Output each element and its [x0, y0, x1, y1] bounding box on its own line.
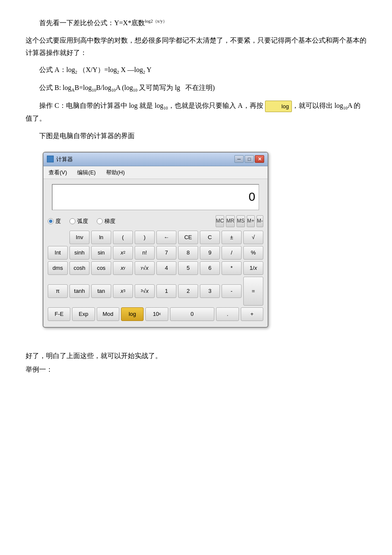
- maximize-button[interactable]: □: [245, 155, 254, 163]
- operation-c: 操作 C：电脑自带的计算器中 log 就是 log10，也就是说你只要输入 A，…: [26, 100, 366, 125]
- calc-title-left: 计算器: [47, 154, 73, 164]
- btn-0[interactable]: 0: [170, 307, 215, 321]
- btn-xcube[interactable]: x3: [113, 284, 133, 298]
- calc-menubar: 查看(V) 编辑(E) 帮助(H): [43, 166, 268, 179]
- btn-5[interactable]: 5: [178, 261, 198, 275]
- btn-tanh[interactable]: tanh: [69, 284, 89, 298]
- calc-display: 0: [52, 184, 259, 210]
- calc-body: 0 度 弧度 梯度: [43, 179, 268, 327]
- btn-mod[interactable]: Mod: [97, 307, 119, 321]
- btn-open-paren[interactable]: (: [113, 231, 133, 244]
- btn-sqrt[interactable]: √: [243, 231, 263, 244]
- btn-8[interactable]: 8: [178, 246, 198, 260]
- btn-exp[interactable]: Exp: [72, 307, 95, 321]
- btn-3[interactable]: 3: [200, 284, 220, 298]
- btn-int[interactable]: Int: [48, 246, 68, 260]
- menu-help[interactable]: 帮助(H): [104, 167, 127, 178]
- calc-app-icon: [47, 156, 54, 162]
- btn-dot[interactable]: .: [216, 307, 239, 321]
- close-button[interactable]: ✕: [255, 155, 264, 163]
- calc-row-1: Inv ln ( ) ← CE C ± √: [48, 231, 263, 244]
- btn-4[interactable]: 4: [156, 261, 176, 275]
- radio-gradient-circle[interactable]: [97, 218, 103, 224]
- calc-title-text: 计算器: [56, 154, 73, 164]
- formula-a: 公式 A：log2 （X/Y）=log2 X —log2 Y: [26, 64, 366, 77]
- radio-gradient[interactable]: 梯度: [97, 216, 115, 226]
- btn-mplus[interactable]: M+: [247, 215, 255, 227]
- formula-b: 公式 B: logAB=log10B/log10A (log10 又可简写为 l…: [26, 82, 366, 95]
- radio-degree[interactable]: 度: [48, 216, 61, 226]
- btn-fe[interactable]: F-E: [48, 307, 70, 321]
- conclusion-block: 好了，明白了上面这些，就可以开始实战了。 举例一：: [26, 349, 366, 376]
- btn-multiply[interactable]: *: [222, 261, 242, 275]
- btn-sinh[interactable]: sinh: [69, 246, 89, 260]
- btn-6[interactable]: 6: [200, 261, 220, 275]
- btn-c[interactable]: C: [200, 231, 220, 244]
- calc-titlebar: 计算器 ─ □ ✕: [43, 153, 268, 166]
- btn-sin[interactable]: sin: [91, 246, 111, 260]
- radio-degree-circle[interactable]: [48, 218, 54, 224]
- btn-10x[interactable]: 10x: [145, 307, 168, 321]
- page-content: 首先看一下差比价公式：Y=X*底数log2（x/y） 这个公式要应用到高中数学的…: [26, 17, 366, 376]
- btn-nfact[interactable]: n!: [135, 246, 155, 260]
- btn-mc[interactable]: MC: [216, 215, 225, 227]
- btn-yrootx[interactable]: y√x: [135, 261, 155, 275]
- btn-cosh[interactable]: cosh: [69, 261, 89, 275]
- intro-line2: 这个公式要应用到高中数学的对数，想必很多同学都记不太清楚了，不要紧，只要记得两个…: [26, 35, 366, 59]
- btn-percent[interactable]: %: [243, 246, 263, 260]
- btn-minus[interactable]: -: [222, 284, 242, 298]
- btn-ln[interactable]: ln: [91, 231, 111, 244]
- btn-7[interactable]: 7: [156, 246, 176, 260]
- minimize-button[interactable]: ─: [234, 155, 244, 163]
- btn-log[interactable]: log: [121, 307, 144, 321]
- btn-backspace[interactable]: ←: [156, 231, 176, 244]
- conclusion-2: 举例一：: [26, 363, 366, 376]
- calc-radio-row: 度 弧度 梯度 MC MR MS M+: [48, 214, 263, 229]
- btn-mr[interactable]: MR: [226, 215, 235, 227]
- diagram-label: 下图是电脑自带的计算器的界面: [26, 130, 366, 142]
- btn-reciprocal[interactable]: 1/x: [243, 261, 263, 275]
- btn-plusminus[interactable]: ±: [222, 231, 242, 244]
- btn-plus[interactable]: +: [241, 307, 263, 321]
- btn-9[interactable]: 9: [200, 246, 220, 260]
- btn-tan[interactable]: tan: [91, 284, 111, 298]
- menu-edit[interactable]: 编辑(E): [75, 167, 97, 178]
- calculator-wrapper: 计算器 ─ □ ✕ 查看(V) 编辑(E) 帮助(H) 0: [43, 152, 268, 328]
- btn-ce[interactable]: CE: [178, 231, 198, 244]
- btn-ms[interactable]: MS: [236, 215, 245, 227]
- conclusion-1: 好了，明白了上面这些，就可以开始实战了。: [26, 349, 366, 363]
- btn-mminus[interactable]: M-: [257, 215, 263, 227]
- btn-divide[interactable]: /: [222, 246, 242, 260]
- radio-radian-circle[interactable]: [69, 218, 75, 224]
- calc-row-4: π tanh tan x3 3√x 1 2 3 - =: [48, 277, 263, 306]
- radio-radian[interactable]: 弧度: [69, 216, 88, 226]
- btn-equals[interactable]: =: [243, 277, 263, 306]
- btn-cuberoot[interactable]: 3√x: [135, 284, 155, 298]
- btn-pi[interactable]: π: [48, 284, 68, 298]
- intro-line1: 首先看一下差比价公式：Y=X*底数log2（x/y）: [26, 17, 366, 29]
- btn-inv[interactable]: Inv: [69, 231, 89, 244]
- calc-row-2: Int sinh sin x2 n! 7 8 9 / %: [48, 246, 263, 260]
- btn-empty1: [48, 231, 68, 244]
- btn-2[interactable]: 2: [178, 284, 198, 298]
- calc-row-5: F-E Exp Mod log 10x 0 . +: [48, 307, 263, 321]
- btn-cos[interactable]: cos: [91, 261, 111, 275]
- btn-close-paren[interactable]: ): [135, 231, 155, 244]
- calc-row-3: dms cosh cos xy y√x 4 5 6 * 1/x: [48, 261, 263, 275]
- menu-view[interactable]: 查看(V): [47, 167, 69, 178]
- btn-dms[interactable]: dms: [48, 261, 68, 275]
- btn-1[interactable]: 1: [156, 284, 176, 298]
- btn-xy[interactable]: xy: [113, 261, 133, 275]
- calc-title-buttons[interactable]: ─ □ ✕: [234, 155, 264, 163]
- log-button-inline: log: [265, 101, 292, 112]
- btn-xsq[interactable]: x2: [113, 246, 133, 260]
- calculator-window: 计算器 ─ □ ✕ 查看(V) 编辑(E) 帮助(H) 0: [43, 152, 268, 328]
